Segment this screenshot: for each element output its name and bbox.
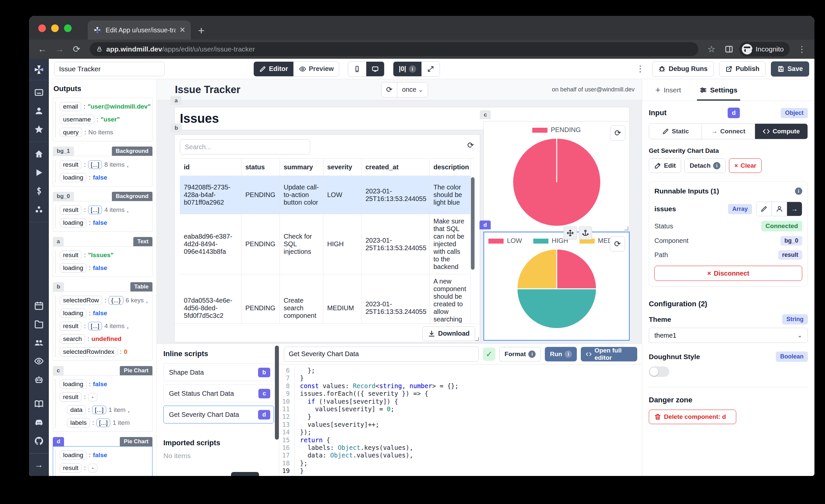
download-button[interactable]: Download bbox=[423, 327, 475, 341]
hide-panels-button[interactable]: |0| i bbox=[393, 62, 421, 76]
connect-arrow-icon[interactable]: → bbox=[787, 202, 802, 216]
app-name-input[interactable]: Issue Tracker bbox=[54, 62, 165, 76]
code-line[interactable]: 13 values[severity]++; bbox=[279, 421, 642, 428]
tab-insert[interactable]: + Insert bbox=[655, 79, 681, 101]
output-component-id[interactable]: a bbox=[53, 237, 64, 246]
preview-mode-button[interactable]: Preview bbox=[293, 62, 339, 76]
minimize-window-button[interactable] bbox=[51, 24, 59, 32]
discord-icon[interactable] bbox=[34, 418, 44, 427]
connect-tab[interactable]: → Connect bbox=[701, 124, 754, 139]
column-header[interactable]: summary bbox=[280, 159, 323, 176]
code-line[interactable]: 7} bbox=[279, 374, 642, 382]
side-panel-icon[interactable] bbox=[725, 45, 733, 54]
tab-settings[interactable]: Settings bbox=[699, 79, 738, 101]
output-row[interactable]: result:[...]4 items, bbox=[60, 321, 149, 331]
table-row[interactable]: eaba8d96-e387-4d2d-8494-096e4143b8faPEND… bbox=[180, 214, 470, 274]
browser-menu-icon[interactable]: ⋮ bbox=[796, 44, 809, 55]
output-row[interactable]: search:undefined bbox=[60, 334, 149, 344]
output-component-id[interactable]: bg_1 bbox=[53, 147, 74, 156]
anchor-icon[interactable] bbox=[579, 226, 592, 240]
output-row[interactable]: result:"Issues" bbox=[60, 250, 149, 260]
open-full-editor-button[interactable]: Open full editor bbox=[581, 347, 637, 361]
forward-icon[interactable]: → bbox=[52, 44, 67, 55]
code-line[interactable]: 11 values[severity] = 0; bbox=[279, 405, 642, 413]
legend-item[interactable]: LOW bbox=[489, 237, 522, 244]
folders-icon[interactable] bbox=[34, 319, 44, 329]
compute-tab[interactable]: Compute bbox=[755, 124, 808, 139]
output-row[interactable]: loading:false bbox=[60, 264, 149, 273]
output-row[interactable]: selectedRow:{...}6 keys, bbox=[60, 296, 149, 305]
static-tab[interactable]: Static bbox=[649, 124, 701, 139]
code-area[interactable]: 6 };7}8const values: Record<string, numb… bbox=[279, 365, 642, 476]
code-line[interactable]: 12 } bbox=[279, 413, 642, 421]
output-row[interactable]: result:[...]8 items, bbox=[60, 160, 149, 169]
close-window-button[interactable] bbox=[38, 24, 46, 32]
component-c-piechart[interactable]: c PENDING ⟳ bbox=[483, 121, 630, 232]
disconnect-button[interactable]: ×Disconnect bbox=[654, 266, 802, 281]
legend-item[interactable]: HIGH bbox=[533, 237, 568, 244]
publish-button[interactable]: Publish bbox=[719, 61, 766, 77]
variables-icon[interactable] bbox=[34, 205, 44, 215]
run-button[interactable]: Runi bbox=[545, 347, 577, 361]
scripts-scrollbar[interactable] bbox=[275, 346, 279, 440]
windmill-logo[interactable] bbox=[29, 59, 49, 80]
user-input-icon[interactable] bbox=[771, 202, 787, 216]
mobile-view-button[interactable] bbox=[348, 62, 366, 76]
more-menu-icon[interactable]: ⋮ bbox=[634, 64, 647, 74]
output-row[interactable]: result:- bbox=[60, 392, 149, 402]
inline-script-item[interactable]: Get Status Chart Datac bbox=[163, 384, 274, 402]
code-line[interactable]: 14}); bbox=[279, 428, 642, 436]
legend-label[interactable]: PENDING bbox=[551, 126, 581, 133]
format-button[interactable]: Formati bbox=[499, 347, 541, 361]
output-component-id[interactable]: d bbox=[53, 437, 64, 446]
schedules-icon[interactable] bbox=[34, 301, 44, 310]
browser-tab[interactable]: Edit App u/user/issue-tracker ✕ bbox=[88, 20, 191, 40]
output-row[interactable]: loading:false bbox=[60, 309, 149, 318]
inline-script-item[interactable]: Get Severity Chart Datad bbox=[163, 406, 274, 424]
code-line[interactable]: 19} bbox=[279, 467, 642, 475]
output-row[interactable]: username:"user" bbox=[60, 115, 149, 124]
save-button[interactable]: Save bbox=[771, 61, 809, 77]
chart-c-refresh-icon[interactable]: ⟳ bbox=[610, 126, 625, 141]
inline-script-item[interactable]: Shape Datab bbox=[163, 363, 274, 381]
delete-component-button[interactable]: Delete component: d bbox=[649, 410, 736, 424]
back-icon[interactable]: ← bbox=[35, 44, 50, 55]
output-row[interactable]: loading:false bbox=[60, 218, 149, 227]
editor-mode-button[interactable]: Editor bbox=[254, 62, 293, 76]
groups-icon[interactable] bbox=[34, 338, 44, 348]
theme-select[interactable]: theme1 ⌄ bbox=[649, 328, 808, 343]
output-row[interactable]: loading:false bbox=[60, 379, 149, 389]
star-icon[interactable] bbox=[34, 125, 44, 134]
table-scrollbar[interactable] bbox=[471, 177, 474, 270]
column-header[interactable]: severity bbox=[323, 159, 361, 176]
column-header[interactable]: created_at bbox=[361, 159, 429, 176]
runs-play-icon[interactable] bbox=[34, 168, 44, 177]
bookmark-star-icon[interactable]: ☆ bbox=[704, 44, 719, 55]
new-tab-button[interactable]: + bbox=[198, 24, 205, 40]
code-line[interactable]: 15return { bbox=[279, 436, 642, 444]
column-header[interactable]: status bbox=[241, 159, 280, 176]
url-bar[interactable]: app.windmill.dev/apps/edit/u/user/issue-… bbox=[90, 42, 698, 56]
apps-icon[interactable] bbox=[34, 87, 44, 97]
output-component-id[interactable]: b bbox=[53, 282, 64, 291]
collapse-sidebar-arrow-icon[interactable]: → bbox=[29, 453, 49, 476]
code-line[interactable]: 9issues.forEach(({ severity }) => { bbox=[279, 390, 642, 398]
code-line[interactable]: 17 data: Object.values(values), bbox=[279, 451, 642, 459]
table-refresh-icon[interactable]: ⟳ bbox=[467, 141, 474, 150]
column-header[interactable]: description bbox=[429, 159, 470, 176]
table-search-input[interactable]: Search... bbox=[180, 139, 310, 154]
output-row[interactable]: result:[...]4 items, bbox=[60, 205, 149, 215]
column-header[interactable]: id bbox=[180, 159, 241, 176]
output-row[interactable]: query:No items bbox=[60, 128, 149, 137]
refresh-icon[interactable]: ⟳ bbox=[381, 82, 397, 97]
detach-button[interactable]: Detachi bbox=[684, 158, 726, 173]
output-row[interactable]: email:"user@windmill.dev" bbox=[60, 102, 149, 111]
output-component-id[interactable]: c bbox=[53, 366, 64, 375]
schedule-dropdown[interactable]: once ⌄ bbox=[397, 82, 428, 97]
chart-d-refresh-icon[interactable]: ⟳ bbox=[610, 236, 625, 251]
clear-button[interactable]: ×Clear bbox=[729, 158, 762, 173]
eye-icon[interactable] bbox=[34, 356, 44, 366]
component-b-table[interactable]: b Search... ⟳ idstatussummaryseveritycre… bbox=[174, 134, 480, 342]
home-icon[interactable] bbox=[34, 149, 44, 159]
table-row[interactable]: 794208f5-2735-428a-b4af-b071ff0a2962PEND… bbox=[180, 176, 470, 214]
